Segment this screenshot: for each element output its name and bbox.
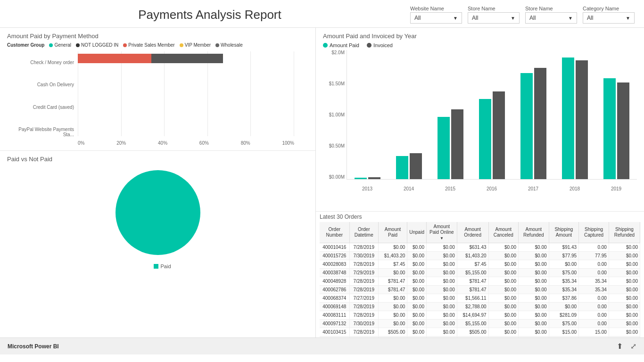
x-label: 20%: [116, 140, 126, 146]
col-amount-paid[interactable]: Amount Paid: [378, 222, 407, 243]
table-cell: $0.00: [407, 286, 427, 294]
table-cell: $0.00: [378, 294, 407, 303]
gb-x-label-2017: 2017: [512, 186, 554, 191]
table-cell: $0.00: [378, 243, 407, 252]
gb-year-2013: [347, 50, 388, 179]
col-amount-ordered[interactable]: Amount Ordered: [457, 222, 488, 243]
gb-bar-paid: [438, 117, 450, 179]
bar-chart-legend: Customer Group General NOT LOGGED IN Pri…: [7, 42, 308, 48]
table-cell: $0.00: [488, 269, 518, 277]
col-shipping-amount[interactable]: Shipping Amount: [549, 222, 579, 243]
col-unpaid[interactable]: Unpaid: [407, 222, 427, 243]
y-label: Cash On Delivery: [7, 82, 78, 87]
gb-x-label-2014: 2014: [388, 186, 429, 191]
table-cell: 400105056: [320, 337, 349, 338]
filter-label-0: Website Name: [410, 6, 462, 11]
table-cell: $0.00: [488, 320, 518, 328]
table-cell: $0.00: [426, 311, 457, 320]
sort-icon: ▼: [440, 236, 444, 240]
table-cell: 7/27/2019: [349, 294, 378, 303]
legend-label-paid: Amount Paid: [330, 42, 359, 48]
filters-container: Website Name All ▼ Store Name All ▼ Stor…: [410, 6, 635, 24]
table-cell: 0.00: [579, 243, 609, 252]
filter-select-2[interactable]: All ▼: [525, 12, 577, 24]
table-section: Latest 30 Orders Order Number Order Date…: [316, 212, 644, 337]
chevron-down-icon: ▼: [626, 16, 630, 21]
table-cell: 0.00: [579, 303, 609, 311]
table-cell: $0.00: [407, 243, 427, 252]
table-cell: $0.00: [407, 303, 427, 311]
pie-area: Paid: [7, 165, 308, 269]
pie-legend: Paid: [154, 263, 171, 269]
table-cell: 7/30/2019: [349, 337, 378, 338]
table-cell: $0.00: [519, 294, 549, 303]
gb-y-label: $0.00M: [323, 174, 347, 180]
table-cell: $0.00: [488, 337, 518, 338]
table-title: Latest 30 Orders: [320, 214, 640, 220]
table-row: 4000627867/28/2019$781.47$0.00$0.00$781.…: [320, 286, 640, 294]
filter-select-3[interactable]: All ▼: [583, 12, 635, 24]
table-row: 4000280837/28/2019$7.45$0.00$0.00$7.45$0…: [320, 260, 640, 269]
fullscreen-icon[interactable]: ⤢: [630, 342, 636, 351]
filter-select-1[interactable]: All ▼: [468, 12, 520, 24]
main-content: Amount Paid by Payment Method Customer G…: [0, 28, 644, 337]
filter-select-0[interactable]: All ▼: [410, 12, 462, 24]
table-cell: $0.00: [378, 269, 407, 277]
pie-section: Paid vs Not Paid Paid: [0, 151, 315, 337]
pie-legend-dot: [154, 264, 158, 269]
legend-private-sales: Private Sales Member: [123, 42, 174, 48]
col-shipping-refunded[interactable]: Shipping Refunded: [609, 222, 640, 243]
filter-group-1: Store Name All ▼: [468, 6, 520, 24]
chevron-down-icon: ▼: [568, 16, 573, 21]
table-cell: $0.00: [609, 277, 640, 286]
chart-legend: Amount Paid Invoiced: [323, 42, 637, 48]
table-row: 4000387487/29/2019$0.00$0.00$0.00$5,155.…: [320, 269, 640, 277]
table-cell: 400010416: [320, 243, 349, 252]
table-cell: $7.45: [457, 260, 488, 269]
gb-year-2019: [595, 50, 637, 179]
gb-year-2014: [388, 50, 430, 179]
table-cell: 400069148: [320, 303, 349, 311]
col-order-number[interactable]: Order Number: [320, 222, 349, 243]
share-icon[interactable]: ⬆: [617, 342, 623, 351]
gb-x-label-2018: 2018: [554, 186, 595, 191]
table-cell: $0.00: [407, 294, 427, 303]
table-cell: $0.00: [426, 320, 457, 328]
table-cell: 400028083: [320, 260, 349, 269]
page-title: Payments Analysis Report: [9, 6, 410, 22]
table-cell: $0.00: [488, 303, 518, 311]
filter-group-2: Store Name All ▼: [525, 6, 577, 24]
table-cell: $505.00: [378, 328, 407, 337]
area-chart-title: Amount Paid and Invoiced by Year: [323, 33, 637, 40]
legend-general: General: [49, 42, 71, 48]
gb-bar-invoiced: [451, 109, 463, 179]
col-amount-canceled[interactable]: Amount Canceled: [488, 222, 518, 243]
left-panel: Amount Paid by Payment Method Customer G…: [0, 28, 316, 337]
table-cell: $0.00: [609, 286, 640, 294]
table-cell: $0.00: [426, 294, 457, 303]
grouped-bar-chart: $2.0M $1.50M $1.00M $0.50M $0.00M: [323, 50, 637, 191]
col-shipping-captured[interactable]: Shipping Captured: [579, 222, 609, 243]
legend-circle-invoiced: [367, 43, 372, 48]
col-order-datetime[interactable]: Order Datetime: [349, 222, 378, 243]
table-cell: $1,566.11: [457, 294, 488, 303]
table-cell: 0.00: [579, 294, 609, 303]
gb-year-2018: [554, 50, 595, 179]
gb-y-labels: $2.0M $1.50M $1.00M $0.50M $0.00M: [323, 50, 347, 180]
gb-x-label-2016: 2016: [471, 186, 512, 191]
col-amount-refunded[interactable]: Amount Refunded: [519, 222, 549, 243]
table-cell: $5,155.00: [457, 320, 488, 328]
gb-y-label: $1.50M: [323, 81, 347, 86]
table-cell: $2,788.00: [457, 303, 488, 311]
col-amount-paid-online[interactable]: Amount Paid Online ▼: [426, 222, 457, 243]
gb-bar-paid: [355, 178, 367, 179]
table-cell: $781.47: [457, 277, 488, 286]
table-row: 4000157267/30/2019$1,403.20$0.00$0.00$1,…: [320, 252, 640, 260]
table-cell: $0.00: [519, 311, 549, 320]
table-cell: $0.00: [488, 277, 518, 286]
table-cell: $37.86: [549, 294, 579, 303]
y-label: Credit Card (saved): [7, 105, 78, 110]
table-cell: $0.00: [609, 269, 640, 277]
table-cell: $0.00: [407, 269, 427, 277]
legend-group-label: Customer Group: [7, 42, 44, 48]
